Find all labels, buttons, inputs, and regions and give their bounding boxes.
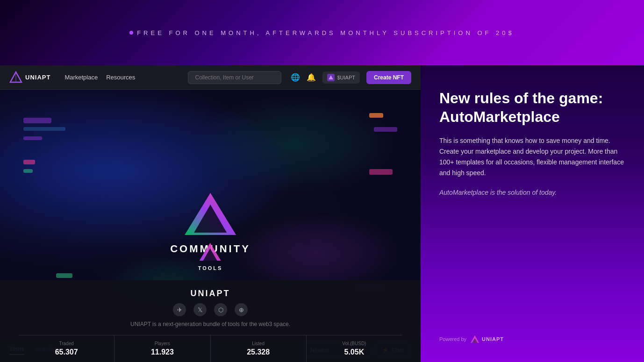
stat-listed-value: 25.328 — [215, 348, 301, 356]
nav-links: Marketplace Resources — [64, 74, 179, 81]
bell-icon[interactable]: 🔔 — [307, 73, 316, 82]
nav-icons: 🌐 🔔 $UIAPT Create NFT — [291, 71, 411, 84]
right-tagline: AutoMarketplace is the solution of today… — [439, 188, 625, 198]
powered-logo: UNIAPT — [470, 335, 504, 343]
stat-listed-label: Listed — [215, 341, 301, 346]
resources-link[interactable]: Resources — [106, 74, 135, 81]
top-banner: FREE FOR ONE MONTH, AFTERWARDS MONTHLY S… — [0, 0, 644, 65]
decor-blob-7 — [374, 127, 397, 132]
stat-players-value: 11.923 — [119, 348, 205, 356]
wallet-dot-icon — [327, 74, 335, 81]
stat-traded-value: 65.307 — [23, 348, 109, 356]
decor-blob-5 — [23, 169, 33, 173]
right-description: This is something that knows how to save… — [439, 135, 625, 178]
logo[interactable]: UNIAPT — [9, 71, 50, 84]
main-wrapper: UNIAPT Marketplace Resources 🌐 🔔 $UIAPT … — [0, 65, 644, 362]
stat-listed: Listed 25.328 — [211, 335, 307, 362]
powered-logo-text: UNIAPT — [482, 336, 504, 342]
stat-vol: Vol.(BUSD) 5.05K — [307, 335, 402, 362]
create-nft-button[interactable]: Create NFT — [366, 71, 411, 84]
decor-blob-4 — [23, 160, 35, 164]
wallet-label: $UIAPT — [337, 75, 355, 80]
tools-logo-icon — [199, 242, 222, 262]
telegram-icon[interactable]: ✈ — [173, 303, 186, 316]
right-panel: New rules of the game: AutoMarketplace T… — [421, 65, 644, 362]
profile-section: UNIAPT ✈ 𝕏 ⬡ ⊕ UNIAPT is a next-generati… — [0, 280, 421, 362]
decor-blob-8 — [369, 169, 393, 175]
community-logo-icon — [182, 191, 238, 237]
stat-vol-label: Vol.(BUSD) — [311, 341, 397, 346]
powered-logo-icon — [470, 335, 479, 343]
powered-by: Powered by UNIAPT — [439, 335, 625, 343]
hero-area: COMMUNITY TOOLS UNIAPT — [0, 90, 421, 362]
decor-blob-2 — [23, 127, 65, 131]
decor-blob-6 — [369, 113, 383, 118]
stats-row: Traded 65.307 Players 11.923 Listed 25.3… — [19, 335, 402, 362]
search-input[interactable] — [188, 71, 281, 84]
marketplace-link[interactable]: Marketplace — [64, 74, 98, 81]
discord-icon[interactable]: ⬡ — [214, 303, 227, 316]
navbar: UNIAPT Marketplace Resources 🌐 🔔 $UIAPT … — [0, 65, 421, 90]
wallet-badge[interactable]: $UIAPT — [322, 71, 360, 84]
decor-blob-3 — [23, 136, 42, 140]
stat-traded-label: Traded — [23, 341, 109, 346]
stat-players-label: Players — [119, 341, 205, 346]
logo-icon — [9, 71, 22, 84]
logo-text: UNIAPT — [25, 74, 50, 81]
globe-icon[interactable]: 🌐 — [291, 73, 300, 82]
decor-blob-1 — [23, 118, 51, 123]
right-headline: New rules of the game: AutoMarketplace — [439, 89, 625, 126]
svg-marker-2 — [329, 75, 333, 79]
profile-name: UNIAPT — [0, 289, 421, 298]
right-content: New rules of the game: AutoMarketplace T… — [439, 89, 625, 316]
stat-vol-value: 5.05K — [311, 348, 397, 356]
decor-blob-9 — [56, 273, 72, 278]
banner-dot — [129, 31, 133, 35]
tools-logo: TOOLS — [198, 242, 223, 271]
profile-description: UNIAPT is a next-generation bundle of to… — [0, 321, 421, 327]
banner-text: FREE FOR ONE MONTH, AFTERWARDS MONTHLY S… — [137, 29, 515, 36]
left-side: UNIAPT Marketplace Resources 🌐 🔔 $UIAPT … — [0, 65, 421, 362]
stat-traded: Traded 65.307 — [19, 335, 114, 362]
website-icon[interactable]: ⊕ — [235, 303, 248, 316]
twitter-icon[interactable]: 𝕏 — [193, 303, 207, 316]
stat-players: Players 11.923 — [114, 335, 210, 362]
profile-social: ✈ 𝕏 ⬡ ⊕ — [0, 303, 421, 316]
powered-label: Powered by — [439, 336, 466, 342]
tools-text: TOOLS — [198, 265, 223, 271]
